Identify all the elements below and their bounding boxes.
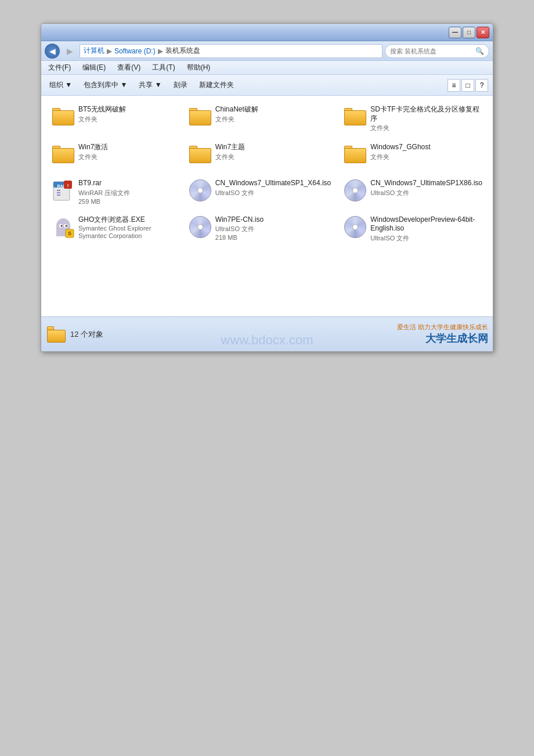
svg-point-13 — [66, 225, 67, 226]
file-info: SD卡TF卡完全格式化及分区修复程序 文件夹 — [370, 105, 482, 132]
list-item[interactable]: S GHO文件浏览器.EXE Symantec Ghost Explorer S… — [47, 212, 181, 246]
file-info: WindowsDeveloperPreview-64bit-English.is… — [370, 215, 482, 243]
toolbar: 组织 ▼ 包含到库中 ▼ 共享 ▼ 刻录 新建文件夹 ≡ □ ? — [41, 75, 493, 96]
file-name: Win7PE-CN.iso — [215, 215, 331, 225]
rar-icon: RAR ! — [52, 179, 75, 202]
file-type: UltraISO 文件 — [370, 234, 482, 243]
list-item[interactable]: WindowsDeveloperPreview-64bit-English.is… — [339, 212, 487, 246]
file-info: Win7主题 文件夹 — [215, 143, 331, 161]
file-type: UltraISO 文件 — [215, 225, 331, 233]
file-type: UltraISO 文件 — [370, 189, 482, 197]
burn-button[interactable]: 刻录 — [170, 78, 191, 92]
file-name: BT9.rar — [78, 179, 176, 188]
folder-icon — [189, 143, 212, 166]
watermark-brand: 大学生成长网 — [425, 332, 488, 345]
svg-text:!: ! — [67, 183, 69, 188]
watermark-url: www.bdocx.com — [221, 333, 313, 348]
list-item[interactable]: Win7PE-CN.iso UltraISO 文件 218 MB — [184, 212, 335, 246]
menu-view[interactable]: 查看(V) — [115, 62, 143, 74]
list-item[interactable]: SD卡TF卡完全格式化及分区修复程序 文件夹 — [339, 102, 487, 136]
window-controls: — □ ✕ — [449, 27, 489, 38]
view-buttons: ≡ □ ? — [448, 79, 488, 92]
file-info: BT5无线网破解 文件夹 — [78, 105, 176, 124]
file-type: 文件夹 — [370, 153, 482, 161]
svg-text:S: S — [68, 231, 71, 236]
menu-tools[interactable]: 工具(T) — [150, 62, 177, 74]
view-toggle-button[interactable]: ≡ — [448, 79, 460, 92]
file-info: Win7激活 文件夹 — [78, 143, 176, 161]
minimize-button[interactable]: — — [449, 27, 461, 38]
file-size: 259 MB — [78, 198, 176, 205]
maximize-button[interactable]: □ — [463, 27, 475, 38]
close-button[interactable]: ✕ — [477, 27, 489, 38]
menu-file[interactable]: 文件(F) — [46, 62, 73, 74]
file-type: Symantec Ghost Explorer — [78, 225, 176, 232]
list-item[interactable]: CN_Windows7_UltimateSP1_X64.iso UltraISO… — [184, 175, 335, 208]
organize-button[interactable]: 组织 ▼ — [46, 78, 75, 92]
folder-icon — [344, 105, 367, 128]
status-count: 12 个对象 — [70, 329, 103, 340]
file-name: Win7激活 — [78, 143, 176, 152]
share-button[interactable]: 共享 ▼ — [135, 78, 165, 92]
iso-icon — [344, 215, 367, 239]
breadcrumb-sep2: ▶ — [158, 47, 163, 55]
add-to-library-button[interactable]: 包含到库中 ▼ — [80, 78, 131, 92]
search-input[interactable] — [390, 48, 473, 55]
file-info: ChinaNet破解 文件夹 — [215, 105, 331, 124]
list-item[interactable]: Windows7_GGhost 文件夹 — [339, 139, 487, 172]
status-folder-icon — [47, 326, 66, 343]
view-details-button[interactable]: □ — [461, 79, 474, 92]
file-extra: Symantec Corporation — [78, 232, 176, 239]
list-item[interactable]: CN_Windows7_UltimateSP1X86.iso UltraISO … — [339, 175, 487, 208]
menu-edit[interactable]: 编辑(E) — [80, 62, 108, 74]
file-size: 218 MB — [215, 234, 331, 241]
file-type: WinRAR 压缩文件 — [78, 189, 176, 197]
explorer-window: — □ ✕ ◀ ▶ 计算机 ▶ Software (D:) ▶ 装机系统盘 🔍 … — [41, 23, 493, 352]
file-name: CN_Windows7_UltimateSP1_X64.iso — [215, 179, 331, 188]
back-button[interactable]: ◀ — [45, 44, 60, 59]
menu-bar: 文件(F) 编辑(E) 查看(V) 工具(T) 帮助(H) — [41, 61, 493, 75]
list-item[interactable]: Win7激活 文件夹 — [47, 139, 181, 172]
file-name: WindowsDeveloperPreview-64bit-English.is… — [370, 215, 482, 233]
breadcrumb-drive[interactable]: Software (D:) — [114, 47, 156, 55]
list-item[interactable]: ChinaNet破解 文件夹 — [184, 102, 335, 136]
file-name: BT5无线网破解 — [78, 105, 176, 114]
list-item[interactable]: Win7主题 文件夹 — [184, 139, 335, 172]
help-button[interactable]: ? — [475, 79, 488, 92]
file-type: 文件夹 — [370, 124, 482, 132]
breadcrumb-current[interactable]: 装机系统盘 — [165, 46, 200, 56]
new-folder-button[interactable]: 新建文件夹 — [196, 78, 237, 92]
iso-icon — [189, 215, 212, 239]
file-type: 文件夹 — [78, 115, 176, 124]
file-type: 文件夹 — [215, 115, 331, 124]
menu-help[interactable]: 帮助(H) — [185, 62, 213, 74]
status-bar: 12 个对象 爱生活 助力大学生健康快乐成长 大学生成长网 www.bdocx.… — [41, 316, 493, 351]
address-bar: ◀ ▶ 计算机 ▶ Software (D:) ▶ 装机系统盘 🔍 — [41, 41, 493, 61]
breadcrumb-computer[interactable]: 计算机 — [84, 46, 104, 56]
forward-button[interactable]: ▶ — [62, 44, 77, 59]
file-info: CN_Windows7_UltimateSP1X86.iso UltraISO … — [370, 179, 482, 197]
file-type: UltraISO 文件 — [215, 189, 331, 197]
watermark-slogan: 爱生活 助力大学生健康快乐成长 — [397, 323, 488, 332]
search-area[interactable]: 🔍 — [385, 44, 489, 58]
file-info: CN_Windows7_UltimateSP1_X64.iso UltraISO… — [215, 179, 331, 197]
file-name: ChinaNet破解 — [215, 105, 331, 114]
file-name: SD卡TF卡完全格式化及分区修复程序 — [370, 105, 482, 123]
status-text: 12 个对象 — [47, 326, 103, 343]
exe-icon: S — [52, 215, 75, 239]
file-name: CN_Windows7_UltimateSP1X86.iso — [370, 179, 482, 188]
list-item[interactable]: BT5无线网破解 文件夹 — [47, 102, 181, 136]
list-item[interactable]: RAR ! BT9.rar WinRAR 压缩文件 259 MB — [47, 175, 181, 208]
svg-rect-7 — [57, 195, 60, 196]
file-name: GHO文件浏览器.EXE — [78, 215, 176, 225]
file-info: Win7PE-CN.iso UltraISO 文件 218 MB — [215, 215, 331, 242]
folder-icon — [344, 143, 367, 166]
title-bar: — □ ✕ — [41, 24, 493, 41]
watermark: 爱生活 助力大学生健康快乐成长 大学生成长网 — [377, 317, 493, 351]
file-name: Win7主题 — [215, 143, 331, 152]
breadcrumb[interactable]: 计算机 ▶ Software (D:) ▶ 装机系统盘 — [80, 44, 383, 58]
file-info: BT9.rar WinRAR 压缩文件 259 MB — [78, 179, 176, 205]
search-icon[interactable]: 🔍 — [475, 47, 484, 55]
svg-rect-6 — [57, 192, 60, 193]
file-info: GHO文件浏览器.EXE Symantec Ghost Explorer Sym… — [78, 215, 176, 240]
